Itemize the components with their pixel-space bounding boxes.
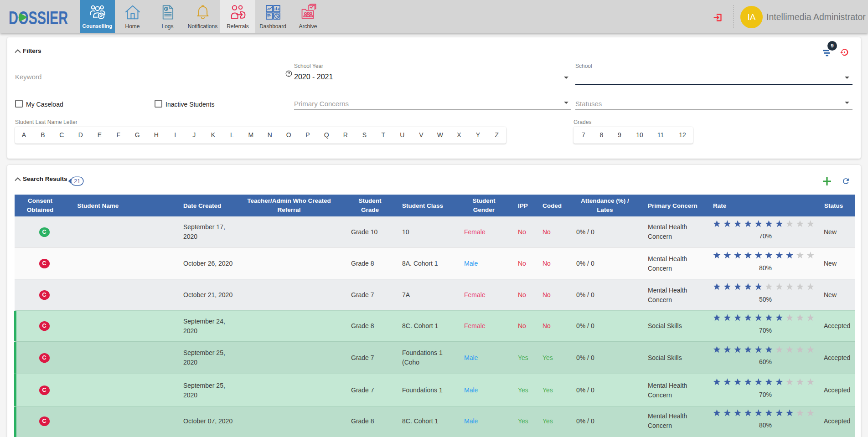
svg-text:21: 21 [74, 178, 80, 185]
svg-text:DOSSIER: DOSSIER [9, 7, 68, 27]
